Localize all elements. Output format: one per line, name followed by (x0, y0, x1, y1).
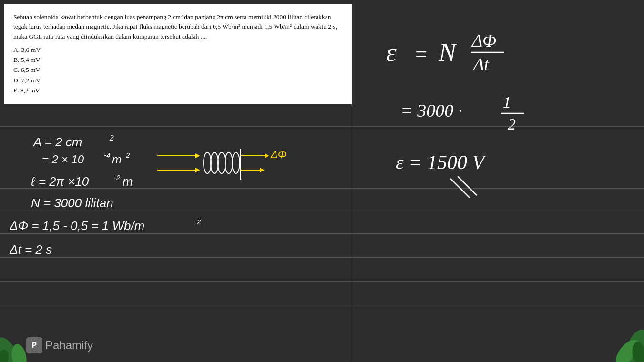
svg-text:Δt: Δt (472, 54, 490, 74)
svg-point-18 (211, 152, 218, 173)
svg-text:ε: ε (386, 38, 397, 67)
formula-main: ε = N ΔΦ Δt (386, 29, 577, 79)
formula-step1: = 3000 · 1 2 (400, 90, 567, 136)
divider-line-3 (0, 305, 644, 305)
options-list: A. 3,6 mV B. 5,4 mV C. 6,5 mV D. 7,2 mV … (13, 45, 342, 95)
delta-t-line: Δt = 2 s (10, 240, 119, 262)
delta-phi-line: ΔΦ = 1,5 - 0,5 = 1 Wb/m 2 (10, 216, 215, 238)
brand-icon: P (26, 337, 42, 353)
divider-line-2 (0, 281, 644, 282)
svg-text:ε = 1500  V: ε = 1500 V (396, 151, 486, 173)
option-c: C. 6,5 mV (13, 65, 342, 75)
svg-text:=: = (414, 42, 428, 66)
option-b: B. 5,4 mV (13, 55, 342, 65)
svg-text:ΔΦ: ΔΦ (471, 30, 496, 50)
svg-text:ΔΦ: ΔΦ (270, 149, 286, 161)
check-mark (448, 171, 481, 202)
svg-text:A = 2 cm: A = 2 cm (33, 135, 82, 149)
svg-text:N = 3000  lilitan: N = 3000 lilitan (31, 196, 113, 210)
question-text: Sebuah solenoida kawat berbentuk dengan … (13, 12, 342, 41)
panel-divider (353, 0, 353, 362)
svg-marker-24 (265, 153, 269, 158)
length-line: ℓ = 2π ×10 -2 m (31, 171, 155, 194)
svg-point-19 (218, 152, 225, 173)
svg-text:ℓ = 2π ×10: ℓ = 2π ×10 (31, 174, 89, 189)
svg-line-39 (450, 179, 470, 198)
svg-text:-4: -4 (104, 151, 110, 159)
svg-text:= 3000 ·: = 3000 · (400, 101, 462, 121)
svg-text:N: N (438, 38, 458, 67)
leaf-right (601, 310, 644, 362)
svg-text:ΔΦ  =  1,5 - 0,5 = 1  Wb/m: ΔΦ = 1,5 - 0,5 = 1 Wb/m (10, 219, 144, 233)
svg-marker-26 (260, 168, 265, 172)
svg-point-20 (225, 152, 233, 173)
svg-text:m: m (112, 153, 122, 166)
question-box: Sebuah solenoida kawat berbentuk dengan … (4, 4, 352, 104)
brand-icon-letter: P (32, 341, 37, 350)
svg-point-17 (204, 152, 211, 173)
svg-marker-14 (195, 153, 200, 158)
svg-text:1: 1 (503, 93, 511, 111)
formula-result: ε = 1500 V (396, 148, 577, 179)
svg-point-21 (232, 152, 240, 173)
area-line2: = 2 × 10 -4 m 2 (42, 150, 147, 171)
brand-container: P Pahamify (26, 337, 93, 353)
solenoid-diagram: ΔΦ (157, 139, 291, 187)
svg-text:2: 2 (196, 218, 201, 226)
svg-text:m: m (123, 174, 133, 189)
turns-line: N = 3000 lilitan (31, 193, 164, 215)
brand-name: Pahamify (45, 339, 93, 352)
option-a: A. 3,6 mV (13, 45, 342, 55)
svg-text:Δt   =  2 s: Δt = 2 s (10, 242, 52, 257)
svg-line-40 (458, 176, 477, 195)
option-d: D. 7,2 mV (13, 76, 342, 85)
svg-text:-2: -2 (114, 173, 121, 181)
svg-text:2: 2 (109, 134, 114, 142)
option-e: E. 8,2 mV (13, 86, 342, 95)
svg-text:2: 2 (508, 115, 516, 133)
svg-marker-16 (195, 168, 200, 172)
svg-text:= 2 × 10: = 2 × 10 (42, 153, 84, 166)
svg-text:2: 2 (125, 151, 130, 159)
